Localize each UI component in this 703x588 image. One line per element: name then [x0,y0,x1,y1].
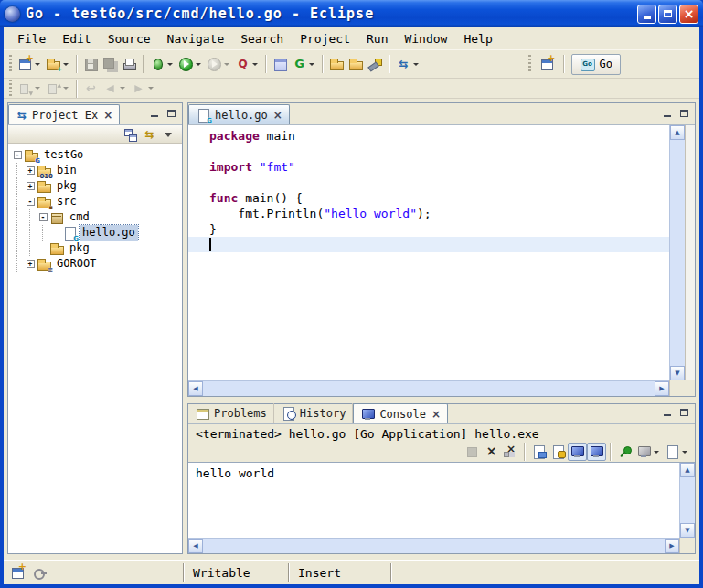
run-button[interactable] [176,53,205,75]
debug-button[interactable] [148,53,176,75]
tab-history[interactable]: History [274,403,354,423]
scroll-down-icon[interactable]: ▼ [680,523,695,538]
open-folder-button[interactable] [346,53,366,75]
tree-item-pkg[interactable]: pkg [8,241,182,256]
toolbar-grip[interactable] [528,55,531,73]
open-console-button[interactable] [663,443,691,461]
go-element-wizard-button[interactable] [290,53,318,75]
console-horizontal-scrollbar[interactable]: ◀ ▶ [188,538,679,553]
tab-close-icon[interactable]: × [431,409,441,420]
tree-expander[interactable]: + [27,260,35,268]
minimize-view-button[interactable] [660,107,674,119]
dropdown-arrow-icon[interactable] [654,451,659,454]
show-stderr-button[interactable] [587,443,606,461]
maximize-view-button[interactable] [165,107,178,119]
tree-item-cmd[interactable]: -cmd [8,209,182,225]
back-button[interactable] [101,78,129,100]
console-vertical-scrollbar[interactable]: ▲ ▼ [679,463,695,538]
dropdown-arrow-icon[interactable] [35,87,40,90]
menu-project[interactable]: Project [292,29,358,48]
clear-console-button[interactable] [529,443,549,461]
resize-sash[interactable] [187,397,696,403]
code-area[interactable]: package mainimport "fmt"func main() { fm… [188,125,669,380]
display-selected-console-button[interactable] [634,443,663,461]
dropdown-arrow-icon[interactable] [63,63,69,66]
dropdown-arrow-icon[interactable] [682,451,687,454]
dropdown-arrow-icon[interactable] [35,63,40,66]
tree-item-bin[interactable]: +010bin [8,163,182,178]
scroll-down-icon[interactable]: ▼ [670,366,685,380]
tab-hello-go[interactable]: G hello.go × [188,104,290,124]
collapse-all-button[interactable] [121,126,140,143]
tab-close-icon[interactable]: × [103,110,112,121]
toolbar-grip[interactable] [9,55,12,73]
dropdown-arrow-icon[interactable] [196,63,201,66]
profile-button[interactable] [205,53,233,75]
menu-source[interactable]: Source [100,29,159,48]
toolbar-grip[interactable] [9,80,12,98]
close-button[interactable]: × [679,5,698,24]
scroll-lock-button[interactable] [549,443,568,461]
prev-annotation-button[interactable] [44,78,72,100]
tree-item-pkg[interactable]: +pkg [8,178,182,194]
tab-project-explorer[interactable]: Project Ex × [8,104,120,124]
pin-console-button[interactable] [615,443,634,461]
dropdown-arrow-icon[interactable] [309,63,314,66]
dropdown-arrow-icon[interactable] [120,87,125,90]
scroll-up-icon[interactable]: ▲ [670,125,685,140]
maximize-button[interactable] [658,5,677,24]
scroll-left-icon[interactable]: ◀ [188,539,203,553]
menu-window[interactable]: Window [396,29,455,48]
dropdown-arrow-icon[interactable] [167,63,173,66]
tree-expander[interactable]: + [27,166,35,175]
open-perspective-button[interactable] [538,53,557,75]
tab-console[interactable]: Console× [353,403,448,423]
minimize-view-button[interactable] [660,406,674,418]
title-bar[interactable]: Go - testGo/src/cmd/hello.go - Eclipse × [0,0,703,27]
tree-expander[interactable]: - [39,213,48,221]
remove-launch-button[interactable] [482,443,501,461]
new-folder-button[interactable]: + [44,53,72,75]
tree-item-hello-go[interactable]: Ghello.go [8,225,182,241]
dropdown-arrow-icon[interactable] [252,63,258,66]
tree-expander[interactable]: - [14,151,22,159]
tree-item-testgo[interactable]: -GtestGo [8,147,182,163]
console-output[interactable]: hello world [188,463,679,538]
menu-run[interactable]: Run [358,29,396,48]
dropdown-arrow-icon[interactable] [224,63,229,66]
last-edit-location-button[interactable] [81,78,101,100]
dropdown-arrow-icon[interactable] [148,87,154,90]
menu-edit[interactable]: Edit [54,29,99,48]
terminate-button[interactable] [463,443,482,461]
open-archive-button[interactable] [327,53,346,75]
dropdown-arrow-icon[interactable] [413,63,419,66]
maximize-view-button[interactable] [677,107,691,119]
scroll-right-icon[interactable]: ▶ [655,381,669,396]
minimize-view-button[interactable] [147,107,161,119]
tree-item-goroot[interactable]: +≡GOROOT [8,256,182,272]
menu-help[interactable]: Help [455,29,500,48]
minimize-button[interactable] [637,5,656,24]
menu-search[interactable]: Search [232,29,292,48]
fast-view-icon[interactable] [10,565,26,580]
show-stdout-button[interactable] [568,443,587,461]
editor-vertical-scrollbar[interactable]: ▲ ▼ [669,125,685,380]
key-status-icon[interactable] [32,565,48,580]
remove-all-terminated-button[interactable] [501,443,520,461]
new-wizard-button[interactable] [16,53,44,75]
menu-file[interactable]: File [9,29,54,48]
forward-button[interactable] [129,78,157,100]
editor-horizontal-scrollbar[interactable]: ◀ ▶ [188,380,669,396]
tab-close-icon[interactable]: × [273,110,282,121]
scroll-up-icon[interactable]: ▲ [680,463,695,477]
scroll-right-icon[interactable]: ▶ [665,539,679,553]
new-go-project-button[interactable] [271,53,290,75]
team-sync-button[interactable] [394,53,422,75]
tree-item-src[interactable]: -▪src [8,194,182,209]
menu-navigate[interactable]: Navigate [159,29,233,48]
save-button[interactable] [81,53,101,75]
tree-expander[interactable]: + [27,182,35,190]
dropdown-arrow-icon[interactable] [63,87,69,90]
link-with-editor-button[interactable] [140,126,159,143]
go-perspective-button[interactable]: Go [571,54,621,75]
